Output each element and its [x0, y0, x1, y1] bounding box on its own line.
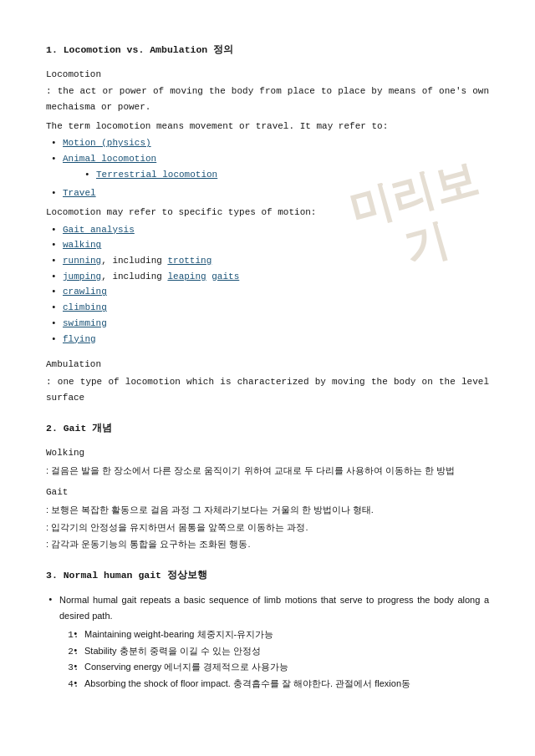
gait-desc2: : 입각기의 안정성을 유지하면서 몸통을 앞쪽으로 이동하는 과정. — [46, 520, 489, 535]
list-item: flying — [63, 332, 489, 348]
list-item: running, including trotting — [63, 253, 489, 269]
section-2: 2. Gait 개념 Wolking : 걸음은 발을 한 장소에서 다른 장소… — [46, 420, 489, 552]
jumping-link[interactable]: jumping — [63, 271, 101, 282]
animal-locomotion-link[interactable]: Animal locomotion — [63, 154, 156, 164]
list-item: Conserving energy 에너지를 경제적으로 사용가능 — [84, 659, 489, 676]
section-2-title: 2. Gait 개념 — [46, 420, 489, 437]
motion-physics-link[interactable]: Motion (physics) — [63, 138, 151, 148]
leaping-link[interactable]: leaping — [167, 271, 206, 282]
list-item: Maintaining weight-bearing 체중지지-유지가능 — [84, 627, 489, 643]
ambulation-label: Ambulation — [46, 357, 489, 373]
ambulation-desc: : one type of locomotion which is charac… — [46, 374, 489, 405]
locomotion-label: Locomotion — [46, 67, 489, 83]
list-item: jumping, including leaping gaits — [63, 269, 489, 285]
gait-desc1: : 보행은 복잡한 활동으로 걸음 과정 그 자체라기보다는 거울의 한 방법이… — [46, 502, 489, 518]
gait-analysis-link[interactable]: Gait analysis — [63, 225, 135, 235]
swimming-link[interactable]: swimming — [63, 318, 107, 328]
content-area: 1. Locomotion vs. Ambulation 정의 Locomoti… — [46, 42, 489, 693]
list-item: Gait analysis — [63, 222, 489, 238]
list-item: swimming — [63, 316, 489, 332]
crawling-link[interactable]: crawling — [63, 287, 107, 297]
page-container: 미리보 기 1. Locomotion vs. Ambulation 정의 Lo… — [0, 0, 535, 756]
flying-link[interactable]: flying — [63, 334, 96, 344]
gait-desc3: : 감각과 운동기능의 통합을 요구하는 조화된 행동. — [46, 536, 489, 552]
terrestrial-locomotion-link[interactable]: Terrestrial locomotion — [96, 170, 217, 180]
trotting-link[interactable]: trotting — [167, 256, 211, 266]
list-item: walking — [63, 237, 489, 253]
list-item: Terrestrial locomotion — [96, 167, 489, 183]
list-item: Stability 충분히 중력을 이길 수 있는 안정성 — [84, 643, 489, 660]
list-item: climbing — [63, 300, 489, 316]
list-item: Animal locomotion Terrestrial locomotion — [63, 151, 489, 182]
walking-link[interactable]: walking — [63, 240, 101, 250]
gaits-link[interactable]: gaits — [211, 271, 239, 282]
running-link[interactable]: running — [63, 256, 101, 266]
sub-bullet-list: Terrestrial locomotion — [63, 167, 489, 183]
locomotion-desc2: The term locomotion means movement or tr… — [46, 119, 489, 134]
locomotion-desc1: : the act or power of moving the body fr… — [46, 84, 489, 114]
list-item: crawling — [63, 284, 489, 300]
section-1: 1. Locomotion vs. Ambulation 정의 Locomoti… — [46, 42, 489, 405]
section3-bullet-list: Normal humal gait repeats a basic sequen… — [46, 592, 489, 693]
list-item: Absorbing the shock of floor impact. 충격흡… — [84, 676, 489, 693]
gait-label: Gait — [46, 485, 489, 500]
wolking-label: Wolking — [46, 445, 489, 461]
travel-link[interactable]: Travel — [63, 188, 96, 198]
locomotion-bullet-list: Motion (physics) Animal locomotion Terre… — [46, 135, 489, 201]
section-3: 3. Normal human gait 정상보행 Normal humal g… — [46, 567, 489, 693]
wolking-desc: : 걸음은 발을 한 장소에서 다른 장소로 움직이기 위하여 교대로 두 다리… — [46, 463, 489, 479]
list-item: Travel — [63, 185, 489, 201]
climbing-link[interactable]: climbing — [63, 302, 107, 312]
motion-types-list: Gait analysis walking running, including… — [46, 222, 489, 348]
list-item: Normal humal gait repeats a basic sequen… — [59, 592, 489, 693]
locomotion-desc3: Locomotion may refer to specific types o… — [46, 205, 489, 221]
gait-numbered-list: Maintaining weight-bearing 체중지지-유지가능 Sta… — [59, 627, 489, 693]
section-3-title: 3. Normal human gait 정상보행 — [46, 567, 489, 584]
section-1-title: 1. Locomotion vs. Ambulation 정의 — [46, 42, 489, 58]
list-item: Motion (physics) — [63, 135, 489, 151]
